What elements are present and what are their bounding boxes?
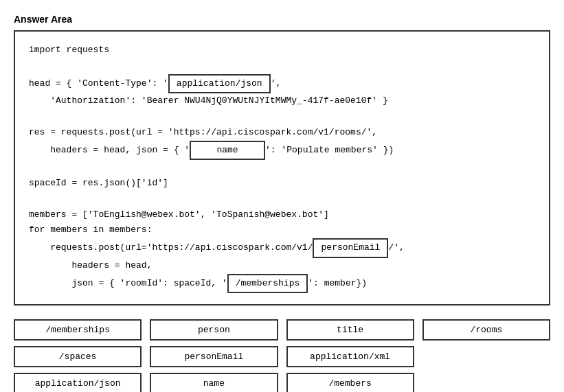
code-text-3b: ', xyxy=(271,76,282,92)
option-memberships[interactable]: /memberships xyxy=(14,319,142,341)
code-line-6: res = requests.post(url = 'https://api.c… xyxy=(29,125,535,141)
box-person-email[interactable]: personEmail xyxy=(313,238,388,258)
code-text-6: res = requests.post(url = 'https://api.c… xyxy=(29,125,377,141)
option-name[interactable]: name xyxy=(150,373,278,392)
code-text-14: headers = head, xyxy=(29,258,152,274)
code-text-4: 'Authorization': 'Bearer NWU4NjQ0YWUtNJY… xyxy=(29,93,388,109)
code-text: import requests xyxy=(29,43,109,58)
option-title[interactable]: title xyxy=(286,319,414,341)
code-line-4: 'Authorization': 'Bearer NWU4NjQ0YWUtNJY… xyxy=(29,93,535,109)
code-line-1: import requests xyxy=(29,43,535,58)
code-text-11: members = ['ToEnglish@webex.bot', 'ToSpa… xyxy=(29,207,329,223)
code-line-7: headers = head, json = { 'name': 'Popula… xyxy=(29,141,535,161)
code-text-7b: ': 'Populate members' }) xyxy=(265,143,394,159)
option-person[interactable]: person xyxy=(150,319,278,341)
option-spaces[interactable]: /spaces xyxy=(14,346,142,367)
option-empty-r3c4 xyxy=(422,373,550,392)
code-text-7a: headers = head, json = { ' xyxy=(29,143,190,159)
box-memberships[interactable]: /memberships xyxy=(227,274,308,294)
option-members[interactable]: /members xyxy=(286,373,414,392)
options-area: /memberships person title /rooms /spaces… xyxy=(14,319,550,392)
code-line-blank-3 xyxy=(29,160,535,176)
option-application-json[interactable]: application/json xyxy=(14,373,142,392)
code-text-15a: json = { 'roomId': spaceId, ' xyxy=(29,276,227,292)
code-line-3: head = { 'Content-Type': 'application/js… xyxy=(29,74,535,94)
code-text-12: for members in members: xyxy=(29,222,152,238)
code-line-blank-2 xyxy=(29,109,535,125)
section-title: Answer Area xyxy=(14,14,550,25)
code-line-13: requests.post(url='https://api.ciscospar… xyxy=(29,238,535,258)
code-line-blank-1 xyxy=(29,58,535,74)
code-line-15: json = { 'roomId': spaceId, '/membership… xyxy=(29,274,535,294)
code-line-12: for members in members: xyxy=(29,222,535,238)
code-line-11: members = ['ToEnglish@webex.bot', 'ToSpa… xyxy=(29,207,535,223)
code-text-9: spaceId = res.json()['id'] xyxy=(29,176,168,192)
option-rooms[interactable]: /rooms xyxy=(422,319,550,341)
code-line-blank-4 xyxy=(29,192,535,207)
option-application-xml[interactable]: application/xml xyxy=(286,346,414,367)
code-line-14: headers = head, xyxy=(29,258,535,274)
box-application-json[interactable]: application/json xyxy=(168,74,271,94)
box-name[interactable]: name xyxy=(190,141,265,161)
code-line-9: spaceId = res.json()['id'] xyxy=(29,176,535,192)
code-text-15b: ': member}) xyxy=(308,276,367,292)
option-person-email[interactable]: personEmail xyxy=(150,346,278,367)
answer-area-box: import requests head = { 'Content-Type':… xyxy=(14,30,550,305)
code-text-3a: head = { 'Content-Type': ' xyxy=(29,76,168,92)
code-text-13a: requests.post(url='https://api.ciscospar… xyxy=(29,240,313,256)
option-empty-r2c4 xyxy=(422,346,550,367)
code-text-13b: /', xyxy=(388,240,404,256)
